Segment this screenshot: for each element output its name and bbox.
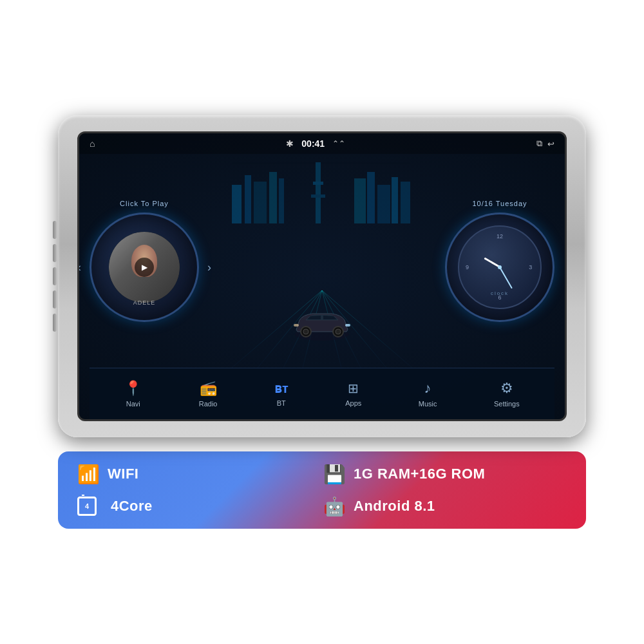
- bt-icon: ʙт: [274, 381, 289, 396]
- album-art-container: ▶: [109, 232, 180, 303]
- side-btn-2[interactable]: [53, 244, 57, 262]
- spec-core-text: 4Core: [111, 498, 153, 515]
- spec-android-text: Android 8.1: [354, 498, 435, 515]
- date-label: 10/16 Tuesday: [472, 200, 527, 207]
- spec-bar: 📶 WIFI 💾 1G RAM+16G ROM 4 4Core 🤖 Androi…: [58, 451, 586, 529]
- svg-rect-20: [294, 324, 299, 327]
- spec-item-core: 4 4Core: [77, 491, 321, 521]
- svg-rect-21: [232, 185, 242, 223]
- settings-icon: ⚙: [500, 380, 513, 397]
- screen-bezel: ⌂ ✱ 00:41 ⌃⌃ ⧉ ↩: [77, 131, 567, 421]
- city-skyline: [225, 159, 419, 226]
- status-bar-right: ⧉ ↩: [536, 138, 554, 149]
- sd-card-icon: 💾: [323, 464, 346, 485]
- play-button[interactable]: ▶: [135, 258, 154, 277]
- svg-rect-19: [345, 324, 350, 327]
- apps-icon: ⊞: [348, 381, 359, 396]
- svg-rect-33: [311, 194, 325, 198]
- prev-track-button[interactable]: ‹: [79, 261, 81, 274]
- home-icon[interactable]: ⌂: [90, 138, 95, 149]
- spec-ram-text: 1G RAM+16G ROM: [354, 466, 485, 482]
- android-icon: 🤖: [323, 496, 346, 517]
- nav-bar: 📍 Navi 📻 Radio ʙт BT ⊞ Apps: [90, 368, 554, 419]
- svg-rect-31: [316, 162, 321, 223]
- settings-label: Settings: [494, 400, 520, 408]
- click-to-play-label: Click To Play: [120, 200, 169, 207]
- apps-label: Apps: [345, 399, 361, 407]
- expand-icon[interactable]: ⌃⌃: [332, 139, 345, 148]
- side-btn-1[interactable]: [53, 221, 57, 239]
- clock-center-dot: [498, 265, 502, 269]
- svg-point-18: [336, 329, 341, 334]
- cpu-icon: 4: [77, 497, 97, 516]
- music-section: Click To Play ▶ ADELE ‹ ›: [90, 200, 199, 322]
- spec-item-wifi: 📶 WIFI: [77, 459, 321, 489]
- navi-label: Navi: [126, 400, 140, 408]
- nav-item-music[interactable]: ♪ Music: [408, 375, 448, 413]
- next-track-button[interactable]: ›: [207, 261, 211, 274]
- side-btn-4[interactable]: [53, 290, 57, 308]
- car-svg: [290, 307, 354, 343]
- clock-face: 12 3 6 9 clock: [458, 225, 542, 309]
- svg-rect-29: [392, 177, 398, 223]
- clock-section: 10/16 Tuesday 12 3 6 9: [445, 200, 554, 322]
- main-display-area: Click To Play ▶ ADELE ‹ ›: [79, 154, 565, 419]
- radio-label: Radio: [199, 400, 218, 408]
- music-icon: ♪: [424, 380, 431, 397]
- car-stereo-device: ⌂ ✱ 00:41 ⌃⌃ ⧉ ↩: [58, 115, 586, 437]
- clock-label: clock: [491, 290, 509, 296]
- minute-hand: [499, 267, 513, 289]
- svg-point-16: [303, 329, 308, 334]
- side-btn-5[interactable]: [53, 314, 57, 332]
- spec-wifi-text: WIFI: [108, 466, 138, 482]
- back-icon[interactable]: ↩: [547, 139, 554, 149]
- svg-rect-24: [269, 172, 277, 223]
- svg-rect-32: [313, 182, 323, 185]
- side-buttons: [53, 221, 57, 332]
- svg-rect-23: [254, 182, 267, 223]
- clock-num-9: 9: [466, 264, 469, 270]
- bt-label: BT: [277, 399, 286, 407]
- svg-rect-30: [401, 182, 410, 223]
- nav-item-navi[interactable]: 📍 Navi: [114, 375, 152, 413]
- clock-num-12: 12: [497, 233, 503, 240]
- side-btn-3[interactable]: [53, 267, 57, 285]
- windows-icon[interactable]: ⧉: [536, 138, 542, 149]
- svg-rect-27: [367, 172, 375, 223]
- status-bar: ⌂ ✱ 00:41 ⌃⌃ ⧉ ↩: [79, 133, 565, 154]
- clock-circle: 12 3 6 9 clock: [445, 213, 554, 322]
- wifi-icon: 📶: [77, 464, 100, 485]
- navi-icon: 📍: [124, 380, 142, 397]
- svg-rect-26: [354, 178, 366, 223]
- screen-content: ⌂ ✱ 00:41 ⌃⌃ ⧉ ↩: [79, 133, 565, 419]
- radio-icon: 📻: [200, 380, 217, 397]
- nav-item-apps[interactable]: ⊞ Apps: [335, 375, 372, 412]
- car-image: [290, 307, 354, 345]
- status-bar-center: ✱ 00:41 ⌃⌃: [286, 138, 345, 149]
- status-bar-left: ⌂: [90, 138, 95, 149]
- nav-item-settings[interactable]: ⚙ Settings: [484, 375, 530, 413]
- clock-num-3: 3: [529, 264, 532, 270]
- svg-rect-25: [279, 178, 284, 223]
- music-circle[interactable]: ▶ ADELE ‹ ›: [90, 213, 199, 322]
- svg-rect-22: [245, 175, 251, 223]
- skyline-svg: [225, 159, 419, 223]
- nav-item-bt[interactable]: ʙт BT: [264, 375, 299, 412]
- music-label: Music: [419, 400, 437, 408]
- bluetooth-icon: ✱: [286, 138, 294, 149]
- nav-item-radio[interactable]: 📻 Radio: [189, 375, 228, 413]
- status-time: 00:41: [301, 138, 325, 149]
- spec-item-ram: 💾 1G RAM+16G ROM: [323, 459, 567, 489]
- artist-name: ADELE: [133, 299, 156, 306]
- info-row: Click To Play ▶ ADELE ‹ ›: [90, 159, 554, 368]
- svg-rect-28: [377, 185, 390, 223]
- spec-item-android: 🤖 Android 8.1: [323, 491, 567, 521]
